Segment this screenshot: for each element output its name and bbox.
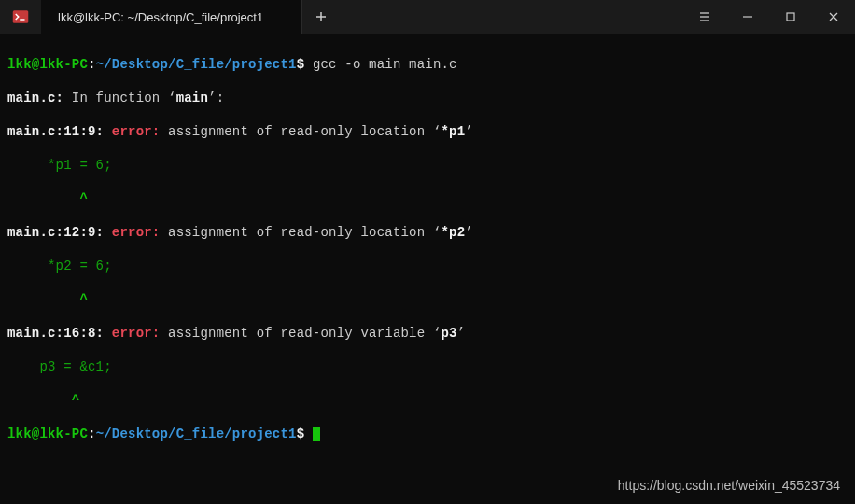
file-label: main.c: <box>7 91 63 105</box>
error-2: main.c:12:9: error: assignment of read-o… <box>7 224 848 241</box>
svg-rect-8 <box>787 13 794 21</box>
menu-button[interactable] <box>683 0 726 34</box>
prompt-colon: : <box>88 57 96 72</box>
plus-icon <box>315 11 327 22</box>
error-msg: assignment of read-only location ‘ <box>160 225 441 240</box>
cursor <box>313 427 320 441</box>
error-label: error: <box>112 124 161 139</box>
prompt-userhost: lkk@lkk-PC <box>7 427 88 441</box>
prompt-line-2: lkk@lkk-PC:~/Desktop/C_file/project1$ <box>7 426 848 442</box>
titlebar-spacer <box>340 0 683 34</box>
error-1-caret: ^ <box>7 190 848 207</box>
error-2-code: *p2 = 6; <box>7 258 848 274</box>
error-label: error: <box>112 225 161 240</box>
error-after: ’ <box>465 225 473 240</box>
close-icon <box>828 11 839 22</box>
error-msg: assignment of read-only variable ‘ <box>160 326 441 341</box>
func-name: main <box>176 91 208 105</box>
compiler-intro: main.c: In function ‘main’: <box>7 90 848 106</box>
error-after: ’ <box>457 326 466 341</box>
window-controls <box>726 0 855 34</box>
terminal-icon <box>12 8 29 25</box>
error-msg: assignment of read-only location ‘ <box>160 124 441 139</box>
prompt-userhost: lkk@lkk-PC <box>7 57 88 72</box>
error-3-code: p3 = &c1; <box>7 358 848 375</box>
tab-active[interactable]: lkk@lkk-PC: ~/Desktop/C_file/project1 <box>41 0 302 34</box>
prompt-dollar: $ <box>297 57 305 72</box>
terminal-output[interactable]: lkk@lkk-PC:~/Desktop/C_file/project1$ gc… <box>0 34 855 465</box>
minimize-icon <box>742 11 753 22</box>
titlebar: lkk@lkk-PC: ~/Desktop/C_file/project1 <box>0 0 855 34</box>
intro-text: In function ‘ <box>63 91 175 105</box>
maximize-icon <box>785 11 796 22</box>
new-tab-button[interactable] <box>302 0 340 34</box>
error-3-caret: ^ <box>7 392 848 409</box>
error-loc: main.c:16:8: <box>7 326 104 341</box>
error-loc: main.c:11:9: <box>7 124 104 139</box>
error-1-code: *p1 = 6; <box>7 157 848 174</box>
error-1: main.c:11:9: error: assignment of read-o… <box>7 123 848 140</box>
error-sym: *p1 <box>442 124 466 139</box>
error-sym: p3 <box>442 326 457 341</box>
tab-title: lkk@lkk-PC: ~/Desktop/C_file/project1 <box>58 10 263 24</box>
prompt-colon: : <box>88 427 96 441</box>
error-label: error: <box>112 326 161 341</box>
error-3: main.c:16:8: error: assignment of read-o… <box>7 325 848 342</box>
error-after: ’ <box>465 124 473 139</box>
prompt-path: ~/Desktop/C_file/project1 <box>96 57 297 72</box>
command-text: gcc -o main main.c <box>304 57 456 72</box>
error-loc: main.c:12:9: <box>7 225 104 240</box>
svg-rect-0 <box>13 10 29 23</box>
intro-after: ’: <box>208 91 224 105</box>
error-sym: *p2 <box>442 225 466 240</box>
close-button[interactable] <box>812 0 855 34</box>
watermark: https://blog.csdn.net/weixin_45523734 <box>618 478 840 493</box>
app-icon <box>0 0 41 34</box>
hamburger-icon <box>698 11 711 22</box>
maximize-button[interactable] <box>769 0 812 34</box>
error-2-caret: ^ <box>7 291 848 308</box>
prompt-path: ~/Desktop/C_file/project1 <box>96 427 297 441</box>
prompt-line-1: lkk@lkk-PC:~/Desktop/C_file/project1$ gc… <box>7 56 848 73</box>
minimize-button[interactable] <box>726 0 769 34</box>
prompt-dollar: $ <box>297 427 305 441</box>
